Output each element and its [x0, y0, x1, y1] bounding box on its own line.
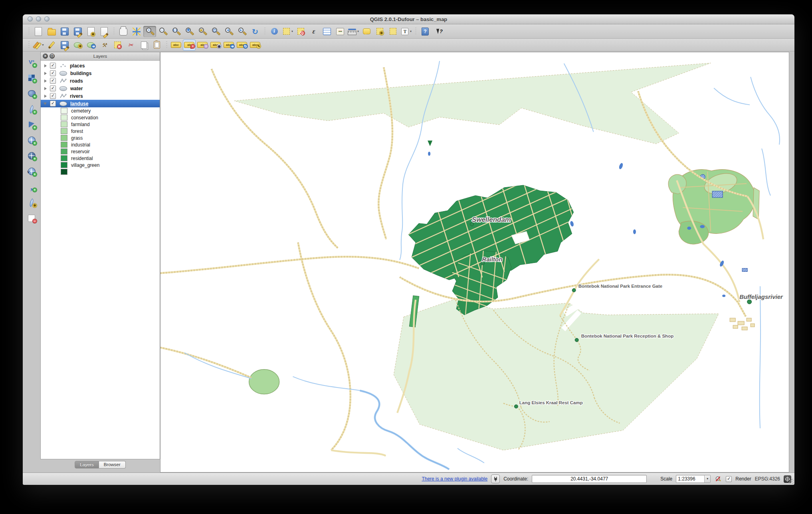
open-attribute-table-button[interactable] — [321, 26, 333, 37]
rotate-label-button[interactable]: abc↻ — [236, 40, 248, 51]
tab-browser[interactable]: Browser — [99, 461, 126, 469]
show-hide-labels-button[interactable]: abc◉ — [209, 40, 222, 51]
expand-arrow-icon[interactable] — [44, 95, 47, 98]
remove-layer-button[interactable]: − — [25, 212, 38, 224]
add-postgis-layer-button[interactable]: + — [25, 87, 38, 99]
new-spatialite-layer-button[interactable]: ✱ — [25, 196, 38, 208]
zoom-last-button[interactable]: ◂ — [222, 26, 235, 37]
panel-detach-icon[interactable]: ❐ — [50, 53, 55, 59]
close-window-button[interactable] — [28, 16, 33, 22]
layer-row-landuse[interactable]: ✓ landuse — [41, 100, 160, 107]
zoom-window-button[interactable] — [44, 16, 50, 22]
pin-unpin-labels-button[interactable]: ab• — [183, 40, 196, 51]
toolbar-handle[interactable] — [262, 28, 267, 36]
zoom-out-button[interactable]: − — [156, 26, 169, 37]
add-vector-layer-button[interactable]: V°+ — [25, 56, 38, 68]
move-label-button[interactable]: abc➜ — [222, 40, 235, 51]
layer-row-places[interactable]: ✓ places — [41, 62, 160, 69]
copy-features-button[interactable] — [137, 40, 150, 51]
change-label-button[interactable]: abc✎ — [249, 40, 261, 51]
layer-checkbox[interactable]: ✓ — [50, 93, 56, 99]
add-delimited-text-layer-button[interactable]: ,+ — [25, 181, 38, 193]
new-print-composer-button[interactable]: ✱ — [85, 26, 97, 37]
add-raster-layer-button[interactable]: + — [25, 72, 38, 84]
zoom-to-selection-button[interactable]: ▣ — [196, 26, 209, 37]
save-project-as-button[interactable] — [71, 26, 84, 37]
toolbar-handle[interactable] — [413, 28, 418, 36]
layer-row-buildings[interactable]: ✓ buildings — [41, 69, 160, 77]
new-project-button[interactable] — [32, 26, 45, 37]
add-spatialite-layer-button[interactable]: + — [25, 103, 38, 115]
save-project-button[interactable] — [58, 26, 71, 37]
expand-arrow-icon[interactable] — [44, 72, 47, 75]
add-mssql-layer-button[interactable]: + — [25, 119, 38, 130]
title-bar[interactable]: QGIS 2.0.1-Dufour – basic_map — [23, 14, 794, 24]
zoom-in-button[interactable]: + — [143, 26, 156, 37]
scale-dropdown-icon[interactable]: ▼ — [704, 475, 710, 482]
scale-combobox[interactable]: 1:23396 ▼ — [676, 475, 711, 483]
cut-features-button[interactable]: ✂ — [124, 40, 137, 51]
highlight-pinned-labels-button[interactable]: ab• — [196, 40, 209, 51]
plugin-available-link[interactable]: There is a new plugin available — [422, 476, 487, 482]
whats-this-button[interactable]: ? — [432, 26, 445, 37]
open-project-button[interactable] — [45, 26, 58, 37]
toolbar-handle[interactable] — [26, 41, 32, 49]
field-calculator-button[interactable] — [334, 26, 347, 37]
save-layer-edits-button[interactable] — [58, 40, 71, 51]
text-annotation-button[interactable]: T▾ — [400, 26, 412, 37]
identify-features-button[interactable]: i — [268, 26, 281, 37]
zoom-native-button[interactable]: 1:1 — [170, 26, 182, 37]
layer-checkbox[interactable]: ✓ — [50, 101, 56, 107]
node-tool-button[interactable]: ⚒ — [98, 40, 111, 51]
add-wfs-layer-button[interactable]: V+ — [25, 165, 38, 177]
add-wcs-layer-button[interactable]: + — [25, 150, 38, 162]
layers-panel-header[interactable]: ✕ ❐ Layers — [41, 52, 160, 61]
move-feature-button[interactable]: ➜ — [85, 40, 97, 51]
layer-row-rivers[interactable]: ✓ rivers — [41, 92, 160, 100]
layer-checkbox[interactable]: ✓ — [50, 70, 56, 76]
select-by-expression-button[interactable]: ε — [307, 26, 320, 37]
zoom-full-extent-button[interactable]: ✥ — [183, 26, 196, 37]
expand-arrow-icon[interactable] — [44, 79, 47, 83]
minimize-window-button[interactable] — [36, 16, 41, 22]
labeling-options-button[interactable]: abc — [170, 40, 182, 51]
tab-layers[interactable]: Layers — [75, 461, 99, 469]
layer-checkbox[interactable]: ✓ — [50, 78, 56, 84]
resize-grip[interactable] — [788, 479, 794, 484]
refresh-map-button[interactable]: ↻ — [249, 26, 261, 37]
paste-features-button[interactable] — [151, 40, 163, 51]
pan-to-selection-button[interactable] — [130, 26, 143, 37]
select-features-button[interactable]: ▾ — [281, 26, 294, 37]
add-wms-layer-button[interactable]: + — [25, 134, 38, 146]
coordinate-field[interactable]: 20.4431,-34.0477 — [532, 475, 647, 483]
layer-checkbox[interactable]: ✓ — [50, 85, 56, 91]
toolbar-handle[interactable] — [164, 41, 169, 49]
layer-checkbox[interactable]: ✓ — [50, 63, 56, 69]
panel-close-icon[interactable]: ✕ — [43, 53, 48, 59]
plugin-icon[interactable] — [491, 474, 500, 483]
map-canvas[interactable]: Swellendam Railton Bontebok National Par… — [160, 52, 789, 472]
layer-row-roads[interactable]: ✓ roads — [41, 77, 160, 85]
toolbar-handle[interactable] — [111, 28, 117, 36]
collapse-arrow-icon[interactable] — [44, 103, 47, 105]
new-bookmark-button[interactable]: ✱ — [373, 26, 386, 37]
pan-map-button[interactable] — [117, 26, 130, 37]
toggle-editing-button[interactable] — [45, 40, 58, 51]
map-tips-button[interactable] — [360, 26, 373, 37]
deselect-features-button[interactable]: ⃠ — [294, 26, 307, 37]
current-edits-button[interactable]: ▾ — [32, 40, 45, 51]
zoom-to-layer-button[interactable]: ◰ — [209, 26, 222, 37]
zoom-next-button[interactable]: ▸ — [236, 26, 248, 37]
delete-selected-button[interactable]: ✕ — [111, 40, 124, 51]
expand-arrow-icon[interactable] — [44, 64, 47, 67]
layer-row-water[interactable]: ✓ water — [41, 85, 160, 92]
toolbar-handle[interactable] — [26, 28, 32, 36]
help-contents-button[interactable]: ? — [419, 26, 432, 37]
show-bookmarks-button[interactable] — [386, 26, 399, 37]
composer-manager-button[interactable] — [98, 26, 111, 37]
add-feature-button[interactable]: ✱ — [71, 40, 84, 51]
stop-render-icon[interactable] — [714, 475, 722, 483]
measure-button[interactable]: ▾ — [347, 26, 360, 37]
expand-arrow-icon[interactable] — [44, 87, 47, 90]
render-checkbox[interactable]: ✓ — [726, 476, 732, 482]
